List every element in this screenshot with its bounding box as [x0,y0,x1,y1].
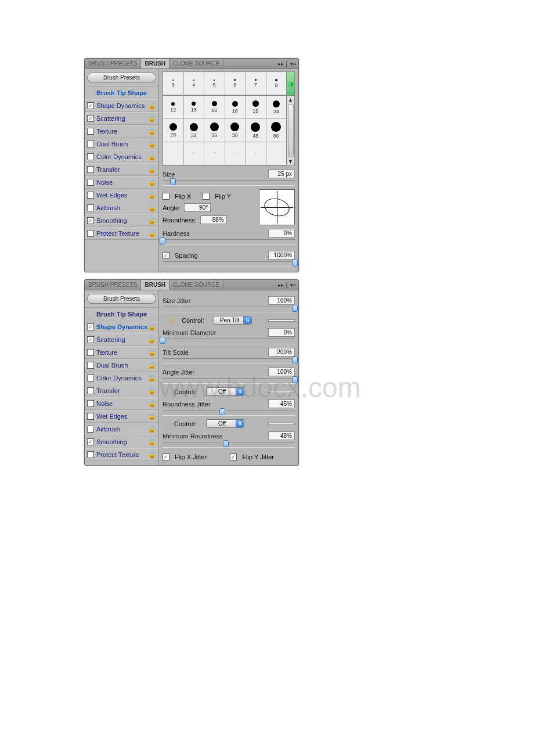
sidebar-item-wet-edges[interactable]: Wet Edges🔒 [85,189,158,201]
flip-x-jitter-checkbox[interactable]: ✓ [163,453,169,460]
checkbox[interactable] [87,362,94,369]
sidebar-item-transfer[interactable]: Transfer🔒 [85,163,158,176]
angle-jitter-control-dropdown[interactable]: Off ⇅ [206,387,244,396]
brush-tip-cell[interactable]: 13 [184,96,205,119]
brush-tip-cell[interactable]: 4 [184,72,205,95]
brush-tip-grid[interactable]: 345679 [163,71,287,96]
sidebar-item-texture[interactable]: Texture🔒 [85,125,158,138]
sidebar-item-wet-edges[interactable]: Wet Edges🔒 [85,410,158,423]
lock-icon[interactable]: 🔒 [148,425,156,433]
brush-tip-cell[interactable]: 28 [163,119,184,142]
sidebar-item-color-dynamics[interactable]: Color Dynamics🔒 [85,150,158,163]
checkbox[interactable] [87,375,94,381]
control-value[interactable] [268,319,295,322]
minimum-diameter-slider[interactable] [163,339,295,344]
size-jitter-value[interactable]: 100% [268,296,295,305]
checkbox[interactable]: ✓ [87,336,94,343]
lock-icon[interactable]: 🔒 [148,399,156,408]
tab-brush[interactable]: BRUSH [141,59,169,69]
lock-icon[interactable]: 🔒 [148,323,156,331]
panel-menu[interactable]: ▸▸ │ ▾≡ [276,280,298,290]
brush-tip-cell[interactable]: 36 [204,119,225,142]
sidebar-item-scattering[interactable]: ✓Scattering🔒 [85,112,158,125]
lock-icon[interactable]: 🔒 [148,412,156,420]
brush-tip-cell[interactable]: 16 [204,96,225,119]
roundness-jitter-value[interactable]: 45% [268,399,295,408]
checkbox[interactable] [87,400,94,407]
checkbox[interactable]: ✓ [87,323,94,330]
checkbox[interactable] [87,387,94,394]
sidebar-item-airbrush[interactable]: Airbrush🔒 [85,201,158,214]
angle-jitter-slider[interactable] [163,378,295,384]
hardness-slider[interactable] [163,239,295,245]
scroll-up-icon[interactable]: ▲ [288,97,293,103]
checkbox[interactable] [87,192,94,199]
lock-icon[interactable]: 🔒 [148,127,156,135]
sidebar-item-protect-texture[interactable]: Protect Texture🔒 [85,227,158,240]
minimum-roundness-slider[interactable] [163,442,295,448]
sidebar-item-scattering[interactable]: ✓Scattering🔒 [85,333,158,346]
lock-icon[interactable]: 🔒 [148,387,156,395]
brush-presets-button[interactable]: Brush Presets [87,73,156,82]
brush-tip-cell[interactable] [204,142,225,165]
lock-icon[interactable]: 🔒 [148,178,156,186]
checkbox[interactable] [87,166,94,173]
checkbox[interactable] [87,230,94,237]
lock-icon[interactable]: 🔒 [148,217,156,225]
angle-roundness-widget[interactable] [259,189,295,225]
brush-tip-cell[interactable]: 6 [225,72,246,95]
checkbox[interactable] [87,426,94,433]
sidebar-item-shape-dynamics[interactable]: ✓Shape Dynamics🔒 [85,99,158,112]
sidebar-brush-tip-shape[interactable]: Brush Tip Shape [85,308,158,321]
checkbox[interactable] [87,349,94,356]
brush-presets-button[interactable]: Brush Presets [87,294,156,304]
roundness-value[interactable]: 88% [200,215,227,224]
tab-clone-source[interactable]: CLONE SOURCE [169,280,223,290]
checkbox[interactable]: ✓ [87,102,94,109]
sidebar-item-color-dynamics[interactable]: Color Dynamics🔒 [85,372,158,384]
checkbox[interactable]: ✓ [87,217,94,224]
sidebar-item-dual-brush[interactable]: Dual Brush🔒 [85,359,158,372]
spacing-slider[interactable] [163,261,295,267]
tab-brush-presets[interactable]: BRUSH PRESETS [85,59,141,69]
lock-icon[interactable]: 🔒 [148,140,156,148]
lock-icon[interactable]: 🔒 [148,451,156,459]
sidebar-item-dual-brush[interactable]: Dual Brush🔒 [85,138,158,150]
sidebar-item-protect-texture[interactable]: Protect Texture🔒 [85,448,158,461]
spacing-checkbox[interactable]: ✓ [163,252,169,259]
angle-value[interactable]: 90° [184,203,211,212]
brush-tip-cell[interactable]: 12 [163,96,184,119]
tab-brush[interactable]: BRUSH [141,280,169,290]
lock-icon[interactable]: 🔒 [148,361,156,369]
size-jitter-control-dropdown[interactable]: Pen Tilt ⇅ [214,316,252,325]
checkbox[interactable] [87,413,94,420]
brush-tip-cell[interactable]: 7 [246,72,266,95]
sidebar-item-transfer[interactable]: Transfer🔒 [85,384,158,397]
sidebar-item-smoothing[interactable]: ✓Smoothing🔒 [85,435,158,448]
lock-icon[interactable]: 🔒 [148,204,156,212]
size-jitter-slider[interactable] [163,307,295,312]
flip-y-checkbox[interactable] [203,193,210,200]
tab-clone-source[interactable]: CLONE SOURCE [169,59,223,69]
lock-icon[interactable]: 🔒 [148,336,156,344]
lock-icon[interactable]: 🔒 [148,165,156,174]
checkbox[interactable] [87,204,94,211]
brush-tip-cell[interactable] [266,142,287,165]
checkbox[interactable]: ✓ [87,115,94,122]
sidebar-item-shape-dynamics[interactable]: ✓Shape Dynamics🔒 [85,321,158,333]
brush-tip-cell[interactable] [225,142,246,165]
flip-y-jitter-checkbox[interactable]: ✓ [230,453,237,460]
lock-icon[interactable]: 🔒 [148,191,156,199]
brush-tip-cell[interactable] [163,142,184,165]
lock-icon[interactable]: 🔒 [148,153,156,161]
new-brush-button[interactable]: ◑ [287,71,295,96]
brush-tip-cell[interactable]: 60 [266,119,287,142]
scroll-thumb[interactable] [288,104,294,157]
lock-icon[interactable]: 🔒 [148,229,156,237]
checkbox[interactable] [87,141,94,147]
brush-tip-cell[interactable]: 19 [246,96,266,119]
lock-icon[interactable]: 🔒 [148,102,156,110]
sidebar-item-noise[interactable]: Noise🔒 [85,176,158,189]
control-value[interactable] [268,423,295,425]
brush-tip-cell[interactable]: 24 [266,96,287,119]
